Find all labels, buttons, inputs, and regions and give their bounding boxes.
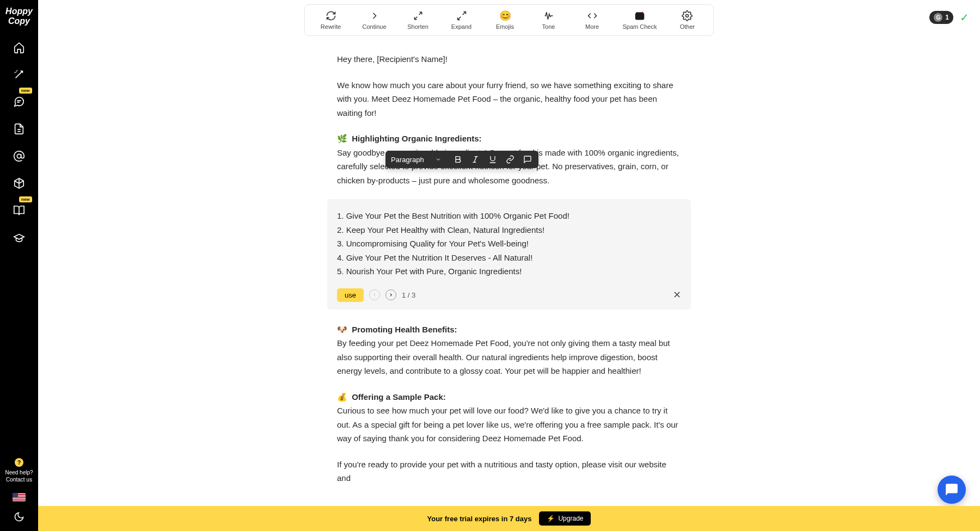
at-icon bbox=[13, 150, 25, 162]
gear-icon bbox=[682, 10, 693, 21]
tool-more[interactable]: More bbox=[579, 10, 605, 30]
arrow-left-icon bbox=[372, 292, 377, 298]
tool-shorten[interactable]: Shorten bbox=[405, 10, 431, 30]
tool-tone[interactable]: Tone bbox=[536, 10, 562, 30]
nav-chat[interactable]: new bbox=[13, 95, 26, 108]
chat-fab[interactable] bbox=[938, 476, 966, 504]
upgrade-button[interactable]: ⚡ Upgrade bbox=[539, 511, 591, 526]
chat-bubble-icon bbox=[945, 483, 959, 497]
tool-more-label: More bbox=[585, 23, 599, 30]
greeting: Hey there, [Recipient's Name]! bbox=[337, 52, 681, 66]
tool-emojis[interactable]: 😊 Emojis bbox=[492, 10, 518, 30]
nav-library[interactable]: new bbox=[13, 204, 26, 217]
comment-button[interactable] bbox=[522, 154, 533, 165]
italic-icon bbox=[471, 155, 480, 164]
suggestion-item: 1. Give Your Pet the Best Nutrition with… bbox=[337, 209, 681, 223]
tool-rewrite[interactable]: Rewrite bbox=[318, 10, 344, 30]
nav-academy[interactable] bbox=[13, 231, 26, 244]
tool-other[interactable]: Other bbox=[674, 10, 700, 30]
svg-point-1 bbox=[686, 15, 689, 17]
trial-bar: Your free trial expires in 7 days ⚡ Upgr… bbox=[38, 506, 980, 531]
link-icon bbox=[506, 155, 514, 164]
comment-icon bbox=[523, 155, 532, 164]
bolt-icon: ⚡ bbox=[547, 515, 555, 522]
italic-button[interactable] bbox=[470, 154, 481, 165]
shorten-icon bbox=[413, 10, 424, 21]
section-1-title: Highlighting Organic Ingredients: bbox=[352, 134, 481, 143]
help-area[interactable]: ? Need help? Contact us bbox=[5, 458, 33, 483]
tool-tone-label: Tone bbox=[542, 23, 555, 30]
credits-count: 1 bbox=[945, 14, 949, 21]
prev-suggestion[interactable] bbox=[369, 289, 380, 300]
cube-icon bbox=[13, 177, 25, 189]
credits-badge[interactable]: G 1 bbox=[929, 11, 953, 24]
chat-icon bbox=[13, 96, 25, 108]
tool-shorten-label: Shorten bbox=[407, 23, 428, 30]
tone-icon bbox=[543, 10, 554, 21]
block-style-select[interactable]: Paragraph bbox=[391, 156, 446, 164]
document-icon bbox=[13, 123, 25, 135]
section-2-title: Promoting Health Benefits: bbox=[352, 325, 457, 334]
nav-mention[interactable] bbox=[13, 150, 26, 163]
arrow-right-icon bbox=[388, 292, 394, 298]
expand-icon bbox=[456, 10, 467, 21]
dark-mode-toggle[interactable] bbox=[14, 511, 24, 524]
help-line2: Contact us bbox=[5, 476, 33, 483]
nav-wand[interactable] bbox=[13, 68, 26, 81]
help-line1: Need help? bbox=[5, 469, 33, 476]
more-icon bbox=[587, 10, 598, 21]
underline-button[interactable] bbox=[487, 154, 498, 165]
svg-point-0 bbox=[17, 155, 21, 158]
suggestion-item: 3. Uncompromising Quality for Your Pet's… bbox=[337, 237, 681, 251]
moon-icon bbox=[14, 511, 24, 522]
emoji-icon: 😊 bbox=[500, 10, 511, 21]
tool-continue[interactable]: Continue bbox=[362, 10, 388, 30]
chevron-down-icon bbox=[435, 156, 442, 163]
trial-text: Your free trial expires in 7 days bbox=[427, 515, 532, 523]
leaf-emoji: 🌿 bbox=[337, 134, 347, 143]
suggestion-item: 2. Keep Your Pet Healthy with Clean, Nat… bbox=[337, 223, 681, 237]
bold-icon bbox=[454, 155, 462, 164]
intro-paragraph: We know how much you care about your fur… bbox=[337, 78, 681, 120]
spam-check-icon bbox=[634, 10, 645, 21]
section-3-title: Offering a Sample Pack: bbox=[352, 392, 446, 402]
editor[interactable]: Hey there, [Recipient's Name]! We know h… bbox=[38, 36, 980, 531]
block-style-value: Paragraph bbox=[391, 156, 424, 164]
book-icon bbox=[13, 205, 25, 217]
bold-button[interactable] bbox=[452, 154, 463, 165]
help-icon: ? bbox=[15, 458, 23, 467]
sidebar: Hoppy Copy new new bbox=[0, 0, 38, 531]
tool-expand[interactable]: Expand bbox=[449, 10, 475, 30]
suggestion-pager: 1 / 3 bbox=[402, 291, 415, 299]
suggestion-list: 1. Give Your Pet the Best Nutrition with… bbox=[337, 209, 681, 279]
next-suggestion[interactable] bbox=[385, 289, 396, 300]
nav-document[interactable] bbox=[13, 122, 26, 135]
tool-continue-label: Continue bbox=[362, 23, 386, 30]
section-3: 💰 Offering a Sample Pack: Curious to see… bbox=[337, 390, 681, 446]
home-icon bbox=[13, 41, 25, 53]
locale-flag-us[interactable] bbox=[13, 493, 26, 502]
continue-icon bbox=[369, 10, 380, 21]
tool-expand-label: Expand bbox=[451, 23, 471, 30]
new-badge: new bbox=[19, 88, 32, 94]
link-button[interactable] bbox=[505, 154, 516, 165]
money-emoji: 💰 bbox=[337, 392, 347, 402]
nav-blocks[interactable] bbox=[13, 177, 26, 190]
nav-home[interactable] bbox=[13, 41, 26, 54]
tool-emojis-label: Emojis bbox=[496, 23, 514, 30]
tool-other-label: Other bbox=[680, 23, 695, 30]
upgrade-label: Upgrade bbox=[558, 515, 583, 522]
close-suggestion[interactable]: ✕ bbox=[673, 289, 681, 301]
suggestion-item: 5. Nourish Your Pet with Pure, Organic I… bbox=[337, 264, 681, 279]
rewrite-icon bbox=[326, 10, 336, 21]
ai-toolbar: Rewrite Continue Shorten Expand 😊 Emojis bbox=[304, 4, 714, 36]
dog-emoji: 🐶 bbox=[337, 325, 347, 334]
section-2: 🐶 Promoting Health Benefits: By feeding … bbox=[337, 323, 681, 378]
suggestion-item: 4. Give Your Pet the Nutrition It Deserv… bbox=[337, 251, 681, 265]
credits-letter: G bbox=[934, 13, 942, 22]
saved-check-icon: ✓ bbox=[960, 11, 969, 24]
new-badge-2: new bbox=[19, 196, 32, 202]
suggestion-panel: 1. Give Your Pet the Best Nutrition with… bbox=[327, 199, 691, 310]
tool-spam-check[interactable]: Spam Check bbox=[623, 10, 657, 30]
use-button[interactable]: use bbox=[337, 288, 364, 302]
